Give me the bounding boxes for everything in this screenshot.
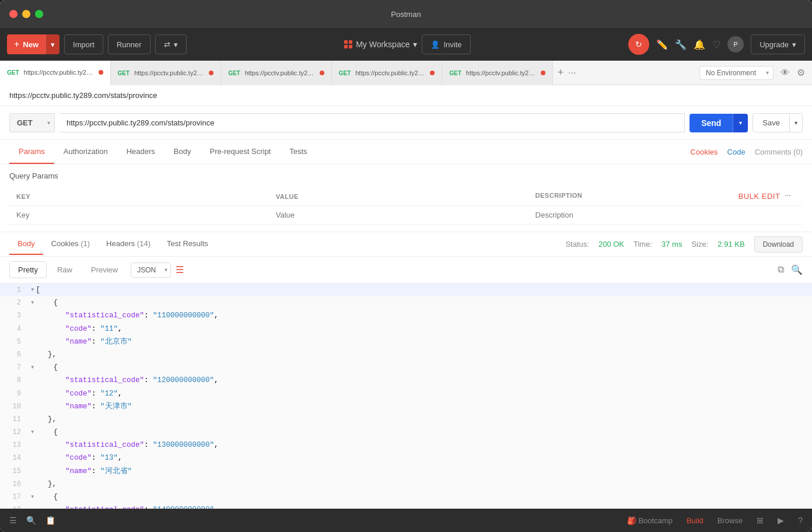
params-more-icon[interactable]: ··· (785, 192, 791, 199)
add-tab-button[interactable]: + (558, 66, 564, 79)
collapse-toggle-2[interactable]: ▾ (30, 299, 35, 307)
copy-icon[interactable]: ⧉ (778, 264, 784, 275)
new-button-dropdown[interactable]: ▾ (46, 34, 60, 54)
req-tab-tests[interactable]: Tests (280, 140, 316, 164)
environment-select[interactable]: No Environment (699, 66, 774, 80)
method-select[interactable]: GET POST PUT DELETE PATCH (9, 113, 55, 132)
tab-0[interactable]: GET https://pcctv.public.ty28... (0, 61, 111, 85)
invite-icon: 👤 (430, 40, 440, 49)
more-tabs-button[interactable]: ··· (568, 68, 576, 78)
json-line-8: 8 "statistical_code": "120000000000", (0, 374, 812, 387)
search-bottom-icon[interactable]: 🔍 (26, 516, 36, 525)
response-status: Status: 200 OK Time: 37 ms Size: 2.91 KB… (565, 236, 803, 253)
json-line-5: 5 "name": "北京市" (0, 335, 812, 348)
search-icon[interactable]: 🔍 (791, 264, 803, 275)
maximize-button[interactable] (35, 10, 43, 18)
layout-icon[interactable]: ⊞ (757, 516, 764, 525)
tab-1[interactable]: GET https://pcctv.public.ty28... (111, 61, 222, 85)
sidebar-toggle-icon[interactable]: ☰ (9, 516, 17, 525)
runner-bottom-icon[interactable]: ▶ (778, 516, 784, 525)
bootcamp-button[interactable]: 🎒 Bootcamp (627, 516, 673, 525)
param-key-input[interactable] (16, 211, 262, 219)
save-dropdown-button[interactable]: ▾ (790, 113, 803, 132)
tab-3[interactable]: GET https://pcctv.public.ty28... (332, 61, 443, 85)
browse-button[interactable]: Browse (718, 516, 743, 525)
response-tabs: Body Cookies (1) Headers (14) Test Resul… (0, 232, 812, 257)
help-icon[interactable]: ? (798, 516, 803, 525)
req-tab-headers[interactable]: Headers (117, 140, 164, 164)
tab-dot-2 (320, 71, 324, 75)
headers-count: (14) (137, 239, 150, 248)
resp-tab-test-results[interactable]: Test Results (159, 233, 216, 255)
settings-icon[interactable]: ⚙ (797, 67, 805, 78)
workspace-dropdown-icon: ▾ (413, 40, 417, 49)
tab-2[interactable]: GET https://pcctv.public.ty28... (221, 61, 332, 85)
bulk-edit-button[interactable]: Bulk Edit (738, 192, 780, 201)
collapse-toggle-17[interactable]: ▾ (30, 493, 35, 501)
json-line-13: 13 "statistical_code": "130000000000", (0, 439, 812, 452)
download-button[interactable]: Download (754, 236, 803, 253)
intercept-button[interactable]: ⇄ ▾ (155, 34, 187, 54)
json-line-12: 12 ▾ { (0, 426, 812, 439)
close-button[interactable] (9, 10, 18, 18)
comments-link[interactable]: Comments (0) (755, 148, 803, 156)
resp-tab-body[interactable]: Body (9, 233, 43, 255)
req-tab-authorization[interactable]: Authorization (54, 140, 117, 164)
json-line-7: 7 ▾ { (0, 361, 812, 374)
main-toolbar: + New ▾ Import Runner ⇄ ▾ My Workspace ▾ (0, 28, 812, 61)
send-dropdown-button[interactable]: ▾ (733, 114, 748, 132)
intercept-icon: ⇄ (164, 40, 170, 49)
wrap-lines-icon[interactable]: ☰ (176, 264, 184, 275)
json-line-18: 18 "statistical_code": "140000000000", (0, 503, 812, 509)
tab-4[interactable]: GET https://pcctv.public.ty28... (442, 61, 553, 85)
heart-icon[interactable]: ♡ (712, 39, 720, 50)
query-params-section: Query Params KEY VALUE DESCRIPTION ··· (0, 164, 812, 232)
notifications-icon[interactable]: 🔔 (694, 39, 705, 50)
collapse-toggle-12[interactable]: ▾ (30, 428, 35, 436)
format-select[interactable]: JSON XML HTML (131, 262, 171, 278)
send-button[interactable]: Send (690, 114, 733, 132)
build-button[interactable]: Build (687, 516, 704, 525)
tab-method-0: GET (7, 69, 19, 76)
size-value: 2.91 KB (718, 240, 744, 249)
new-button[interactable]: + New (7, 34, 46, 54)
resp-tab-cookies[interactable]: Cookies (1) (43, 233, 98, 255)
upgrade-dropdown-icon: ▾ (792, 40, 796, 49)
avatar[interactable]: P (727, 36, 744, 52)
req-tab-params[interactable]: Params (9, 140, 54, 164)
resp-tab-headers[interactable]: Headers (14) (98, 233, 159, 255)
view-tab-preview[interactable]: Preview (83, 262, 126, 278)
history-icon[interactable]: 📋 (46, 516, 55, 525)
save-button[interactable]: Save (752, 113, 790, 132)
workspace-button[interactable]: My Workspace ▾ (344, 40, 417, 49)
upgrade-button[interactable]: Upgrade ▾ (751, 34, 805, 54)
sync-button[interactable]: ↻ (628, 34, 649, 55)
runner-button[interactable]: Runner (108, 34, 150, 54)
collapse-toggle-1[interactable]: ▾ (30, 286, 35, 294)
eye-icon[interactable]: 👁 (780, 68, 790, 78)
sync-icon: ↻ (635, 40, 642, 49)
minimize-button[interactable] (22, 10, 30, 18)
param-desc-input[interactable] (536, 211, 796, 219)
col-key: KEY (9, 187, 269, 206)
req-tab-body[interactable]: Body (164, 140, 201, 164)
code-link[interactable]: Code (727, 148, 746, 156)
url-input[interactable] (60, 113, 685, 132)
environment-selector[interactable]: No Environment ▾ (699, 66, 774, 80)
import-button[interactable]: Import (64, 34, 103, 54)
tabs-bar: GET https://pcctv.public.ty28... GET htt… (0, 61, 812, 85)
view-tab-pretty[interactable]: Pretty (9, 261, 47, 278)
view-tab-raw[interactable]: Raw (49, 262, 80, 278)
collapse-toggle-7[interactable]: ▾ (30, 363, 35, 372)
col-value: VALUE (269, 187, 528, 206)
cookies-link[interactable]: Cookies (691, 148, 718, 156)
req-tab-prerequest[interactable]: Pre-request Script (200, 140, 280, 164)
param-value-input[interactable] (276, 211, 522, 219)
tools-icon[interactable]: 🔧 (675, 39, 687, 50)
tab-method-2: GET (228, 70, 240, 76)
json-line-3: 3 "statistical_code": "110000000000", (0, 309, 812, 322)
workspace-label: My Workspace (356, 40, 410, 49)
invite-button[interactable]: 👤 Invite (422, 34, 470, 54)
edit-icon[interactable]: ✏️ (656, 39, 668, 50)
send-button-wrapper: Send ▾ (690, 114, 748, 132)
